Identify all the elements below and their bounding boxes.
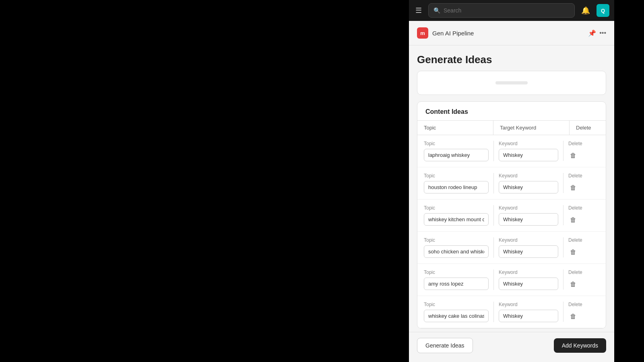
keyword-label-2: Keyword [499, 173, 558, 179]
col-header-delete: Delete [570, 121, 606, 135]
delete-label-6: Delete [568, 302, 582, 307]
delete-button-3[interactable]: 🗑 [568, 215, 578, 225]
keyword-label-4: Keyword [499, 237, 558, 243]
topic-col-6: Topic [424, 302, 493, 322]
topic-input-4[interactable] [424, 245, 489, 258]
topic-label-3: Topic [424, 205, 489, 211]
keyword-label-5: Keyword [499, 269, 558, 275]
topic-input-1[interactable] [424, 149, 489, 161]
content-ideas-card: Content Ideas Topic Target Keyword Delet… [417, 101, 606, 329]
add-keywords-button[interactable]: Add Keywords [554, 338, 606, 353]
keyword-col-5: Keyword [493, 269, 563, 290]
delete-label-2: Delete [568, 173, 582, 179]
main-panel: m Gen AI Pipeline 📌 ••• Generate Ideas C… [409, 21, 614, 362]
collapsed-pill [495, 81, 528, 84]
delete-col-1: Delete 🗑 [563, 141, 599, 161]
delete-col-2: Delete 🗑 [563, 173, 599, 193]
topic-label-6: Topic [424, 302, 489, 307]
bottom-bar: Generate Ideas Add Keywords [409, 332, 614, 359]
panel-actions: 📌 ••• [588, 29, 606, 37]
delete-col-4: Delete 🗑 [563, 237, 599, 257]
table-row: Topic Keyword Delete 🗑 [417, 264, 606, 296]
delete-button-5[interactable]: 🗑 [568, 279, 578, 290]
content-ideas-title: Content Ideas [417, 102, 606, 120]
keyword-label-3: Keyword [499, 205, 558, 211]
keyword-input-6[interactable] [499, 310, 558, 322]
app-name: Gen AI Pipeline [432, 30, 474, 37]
generate-ideas-button[interactable]: Generate Ideas [417, 338, 473, 353]
bell-icon[interactable]: 🔔 [580, 4, 592, 16]
table-row: Topic Keyword Delete 🗑 [417, 200, 606, 232]
table-row: Topic Keyword Delete 🗑 [417, 167, 606, 200]
menu-icon[interactable]: ☰ [414, 4, 423, 16]
keyword-input-5[interactable] [499, 278, 558, 290]
delete-col-6: Delete 🗑 [563, 302, 599, 322]
topic-col-2: Topic [424, 173, 493, 193]
topic-label-5: Topic [424, 269, 489, 275]
topic-input-6[interactable] [424, 310, 489, 322]
topic-col-5: Topic [424, 269, 493, 290]
table-row: Topic Keyword Delete 🗑 [417, 296, 606, 328]
keyword-label-1: Keyword [499, 141, 558, 146]
col-header-keyword: Target Keyword [493, 121, 570, 135]
topic-input-5[interactable] [424, 278, 489, 290]
app-logo-icon: m [417, 27, 428, 39]
topic-input-2[interactable] [424, 181, 489, 193]
delete-button-6[interactable]: 🗑 [568, 311, 578, 322]
delete-col-3: Delete 🗑 [563, 205, 599, 225]
topic-col-3: Topic [424, 205, 493, 226]
delete-button-1[interactable]: 🗑 [568, 150, 578, 161]
topic-col-1: Topic [424, 141, 493, 161]
pin-icon[interactable]: 📌 [588, 29, 596, 37]
rows-container: Topic Keyword Delete 🗑 Topic [417, 135, 606, 328]
panel-header: m Gen AI Pipeline 📌 ••• [409, 21, 614, 45]
avatar: Q [597, 4, 609, 17]
table-row: Topic Keyword Delete 🗑 [417, 232, 606, 264]
delete-button-2[interactable]: 🗑 [568, 183, 578, 193]
keyword-input-2[interactable] [499, 181, 558, 193]
topbar: ☰ 🔍 🔔 Q [409, 0, 614, 21]
delete-button-4[interactable]: 🗑 [568, 247, 578, 257]
topic-label-2: Topic [424, 173, 489, 179]
table-header: Topic Target Keyword Delete [417, 120, 606, 135]
keyword-input-3[interactable] [499, 213, 558, 226]
delete-label-4: Delete [568, 237, 582, 243]
delete-label-3: Delete [568, 205, 582, 211]
delete-col-5: Delete 🗑 [563, 269, 599, 290]
keyword-col-3: Keyword [493, 205, 563, 226]
panel-logo: m Gen AI Pipeline [417, 27, 474, 39]
page-title: Generate Ideas [409, 45, 614, 71]
topic-col-4: Topic [424, 237, 493, 258]
more-icon[interactable]: ••• [599, 29, 606, 37]
topic-label-1: Topic [424, 141, 489, 146]
topic-input-3[interactable] [424, 213, 489, 226]
keyword-col-6: Keyword [493, 302, 563, 322]
delete-label-5: Delete [568, 269, 582, 275]
topic-label-4: Topic [424, 237, 489, 243]
keyword-input-4[interactable] [499, 245, 558, 258]
search-input[interactable] [444, 7, 570, 14]
keyword-input-1[interactable] [499, 149, 558, 161]
keyword-col-2: Keyword [493, 173, 563, 193]
delete-label-1: Delete [568, 141, 582, 146]
search-icon: 🔍 [433, 7, 440, 14]
keyword-label-6: Keyword [499, 302, 558, 307]
search-bar[interactable]: 🔍 [428, 3, 575, 18]
keyword-col-4: Keyword [493, 237, 563, 258]
keyword-col-1: Keyword [493, 141, 563, 161]
col-header-topic: Topic [417, 121, 493, 135]
table-row: Topic Keyword Delete 🗑 [417, 135, 606, 167]
collapsed-card [417, 71, 606, 95]
